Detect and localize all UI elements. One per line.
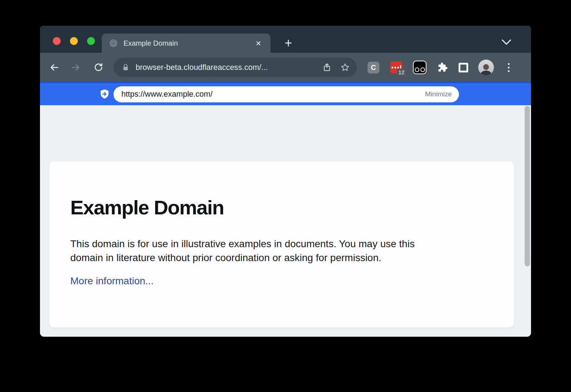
puzzle-icon	[437, 62, 448, 73]
address-bar-url: browser-beta.cloudflareaccess.com/...	[136, 63, 268, 72]
scrollbar-thumb[interactable]	[525, 106, 530, 266]
browser-window: Example Domain × +	[40, 26, 531, 337]
tab-title: Example Domain	[123, 39, 253, 47]
address-bar[interactable]: browser-beta.cloudflareaccess.com/...	[113, 58, 357, 77]
bookmark-star-icon[interactable]	[340, 63, 350, 72]
circle-icon	[420, 67, 425, 72]
browser-toolbar: browser-beta.cloudflareaccess.com/... C …	[40, 53, 531, 82]
extension-password-manager-icon[interactable]: 12	[390, 61, 402, 73]
isolation-address-bar: https://www.example.com/ Minimize	[40, 82, 531, 105]
new-tab-button[interactable]: +	[281, 35, 295, 51]
reload-button[interactable]	[91, 60, 106, 75]
page-title: Example Domain	[70, 196, 492, 219]
lock-icon	[122, 63, 129, 71]
minimize-button[interactable]: Minimize	[425, 90, 452, 98]
extension-c-icon[interactable]: C	[368, 62, 379, 73]
extensions-menu-button[interactable]	[437, 62, 448, 73]
globe-favicon-icon	[109, 39, 118, 48]
plus-icon: +	[284, 36, 292, 51]
page-viewport: Example Domain This domain is for use in…	[40, 105, 531, 337]
extension-cluster: C 12	[368, 61, 468, 74]
forward-button[interactable]	[68, 60, 84, 75]
dot-icon	[508, 70, 510, 72]
side-panel-icon[interactable]	[459, 63, 468, 72]
circle-icon	[415, 67, 419, 72]
browser-menu-button[interactable]	[503, 60, 514, 75]
dot-icon	[391, 67, 393, 68]
tab-search-chevron-icon[interactable]	[500, 38, 512, 46]
dot-icon	[397, 67, 399, 68]
back-button[interactable]	[46, 60, 62, 75]
dot-icon	[508, 63, 510, 65]
extension-badge-count: 12	[397, 68, 406, 76]
share-icon[interactable]	[323, 63, 331, 72]
forward-arrow-icon	[70, 62, 81, 73]
isolated-url-text: https://www.example.com/	[121, 90, 425, 99]
traffic-lights	[53, 37, 95, 45]
macos-minimize-button[interactable]	[70, 37, 78, 45]
browser-tab[interactable]: Example Domain ×	[102, 34, 271, 53]
back-arrow-icon	[49, 62, 60, 73]
dot-icon	[394, 67, 396, 68]
tab-strip: Example Domain × +	[40, 26, 531, 53]
profile-avatar[interactable]	[478, 60, 494, 75]
shield-arrow-icon	[99, 89, 110, 100]
reload-icon	[93, 62, 104, 73]
page-body: This domain is for use in illustrative e…	[70, 237, 492, 265]
isolated-url-field[interactable]: https://www.example.com/ Minimize	[113, 86, 459, 102]
macos-zoom-button[interactable]	[87, 37, 95, 45]
extension-two-circles-icon[interactable]	[413, 61, 426, 74]
body-line: domain in literature without prior coord…	[70, 251, 492, 265]
dot-icon	[508, 67, 510, 68]
content-card: Example Domain This domain is for use in…	[49, 161, 514, 327]
more-information-link[interactable]: More information...	[70, 275, 153, 287]
macos-close-button[interactable]	[53, 37, 61, 45]
tab-close-icon[interactable]: ×	[253, 39, 263, 48]
body-line: This domain is for use in illustrative e…	[70, 237, 492, 251]
person-icon	[479, 62, 493, 75]
